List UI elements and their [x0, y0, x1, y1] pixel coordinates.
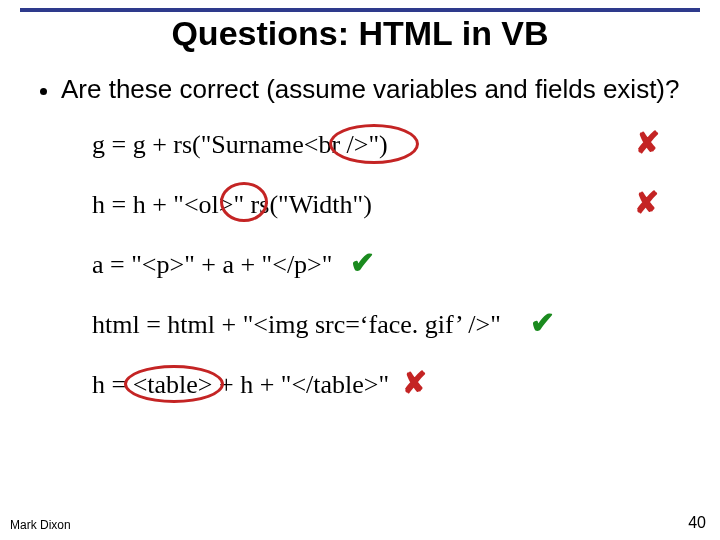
tick-mark-icon: ✔	[530, 308, 555, 338]
item-0-code: g = g + rs("Surname<br />")	[92, 130, 388, 159]
bullet-row: Are these correct (assume variables and …	[34, 75, 686, 104]
item-0: g = g + rs("Surname<br />") ✘	[92, 130, 720, 160]
item-3-code: html = html + "<img src=‘face. gif’ />"	[92, 310, 501, 339]
item-4-code: h = <table> + h + "</table>"	[92, 370, 389, 399]
bullet-dot-icon	[40, 88, 47, 95]
footer-author: Mark Dixon	[10, 518, 71, 532]
slide-title: Questions: HTML in VB	[0, 14, 720, 53]
cross-mark-icon: ✘	[634, 188, 659, 218]
cross-mark-icon: ✘	[402, 368, 427, 398]
tick-mark-icon: ✔	[350, 248, 375, 278]
title-rule	[20, 8, 700, 12]
cross-mark-icon: ✘	[635, 128, 660, 158]
item-2: a = "<p>" + a + "</p>" ✔	[92, 250, 720, 280]
item-4: h = <table> + h + "</table>" ✘	[92, 370, 720, 400]
item-2-code: a = "<p>" + a + "</p>"	[92, 250, 332, 279]
item-1-code: h = h + "<ol>" rs("Width")	[92, 190, 372, 219]
item-3: html = html + "<img src=‘face. gif’ />" …	[92, 310, 720, 340]
item-1: h = h + "<ol>" rs("Width") ✘	[92, 190, 720, 220]
code-items: g = g + rs("Surname<br />") ✘ h = h + "<…	[92, 130, 720, 400]
footer-page-number: 40	[688, 514, 706, 532]
bullet-text: Are these correct (assume variables and …	[61, 75, 680, 104]
